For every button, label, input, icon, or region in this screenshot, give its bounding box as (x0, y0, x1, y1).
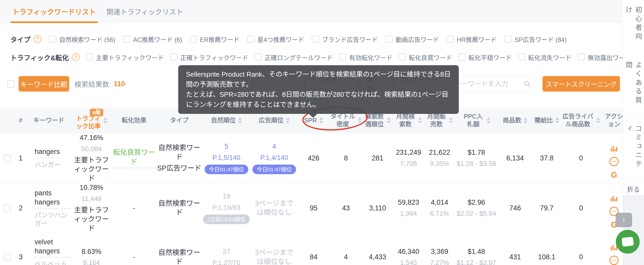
smart-screening-button[interactable]: スマートスクリーニング (542, 76, 620, 92)
sidebar-item-faq[interactable]: よくある質問 (624, 55, 643, 119)
checkbox-icon[interactable] (247, 35, 254, 43)
type-cell: 自然検索ワード (156, 248, 203, 265)
sidebar-fold-button[interactable]: 折る (623, 183, 644, 195)
sort-icon[interactable] (449, 117, 453, 123)
row-checkbox[interactable] (4, 204, 11, 212)
row-checkbox[interactable] (4, 154, 11, 162)
products-cell: 431 (498, 253, 532, 262)
filter-checkbox-item[interactable]: ER推薦ワード (190, 35, 239, 44)
sort-icon[interactable] (286, 117, 290, 123)
title-density-cell: 8 (329, 154, 363, 163)
more-options-icon[interactable] (609, 256, 619, 265)
sort-icon[interactable] (103, 117, 107, 123)
sidebar-item-community[interactable]: コミュニティ (624, 119, 643, 182)
more-options-icon[interactable] (609, 157, 619, 166)
column-header[interactable]: 商品数 (498, 107, 532, 133)
help-icon[interactable]: ? (34, 35, 41, 43)
column-header[interactable]: α版トラフィック比率 (71, 107, 112, 133)
sort-icon[interactable] (387, 117, 391, 123)
keyword-text[interactable]: hangers (35, 147, 60, 158)
checkbox-icon[interactable] (312, 35, 319, 43)
sort-icon[interactable] (486, 117, 491, 123)
sort-icon[interactable] (555, 117, 559, 123)
rank-number[interactable]: 19 (222, 192, 230, 201)
tooltip-arrow (309, 114, 317, 118)
rank-page[interactable]: P.1,5/140 (213, 153, 240, 162)
ad-rank-cell: 3ページまでは順位なし (250, 248, 298, 265)
filter-label: 星4つ推薦ワード (257, 35, 304, 44)
checkbox-icon[interactable] (49, 35, 56, 43)
conversion-cell: 転化良質ワード (112, 148, 156, 168)
sort-icon[interactable] (238, 117, 242, 123)
checkbox-icon[interactable] (447, 35, 454, 43)
filter-checkbox-item[interactable]: 転化流失ワード (518, 53, 571, 62)
checkbox-icon[interactable] (578, 54, 585, 61)
rank-page[interactable]: P.1,4/140 (260, 153, 288, 162)
column-header-label: 広告順位 (259, 116, 284, 124)
tooltip-text-1: Sellersprite Product Rank、そのキーワード順位を検索結果… (186, 69, 451, 90)
filter-checkbox-item[interactable]: SP広告ワード (84) (505, 35, 567, 44)
checkbox-icon[interactable] (170, 54, 177, 61)
rank-number[interactable]: 5 (224, 142, 228, 151)
rank-number[interactable]: 27 (222, 247, 230, 256)
column-header[interactable]: 需給比 (532, 107, 562, 133)
ad-rank-cell: 4P.1,4/140今日01:47順位 (250, 142, 298, 174)
checkbox-icon[interactable] (505, 35, 512, 43)
sort-icon[interactable] (596, 117, 600, 123)
filter-checkbox-item[interactable]: 星4つ推薦ワード (247, 35, 304, 44)
rank-number[interactable]: 4 (272, 142, 276, 151)
keyword-compare-button[interactable]: キーワード比較 (19, 76, 69, 92)
filter-checkbox-item[interactable]: 有効転化ワード (339, 53, 392, 62)
sidebar-item-beginners[interactable]: 初心者向け (624, 0, 643, 55)
conversion-tag[interactable]: 転化良質ワード (112, 148, 156, 168)
filter-checkbox-item[interactable]: 転化良質ワード (399, 53, 452, 62)
sort-icon[interactable] (523, 117, 527, 123)
sort-icon[interactable] (358, 117, 362, 123)
filter-checkbox-item[interactable]: 転化平穏ワード (458, 53, 512, 62)
search-icon[interactable] (524, 80, 531, 87)
column-header[interactable]: 広告ライバル商品数 (562, 107, 600, 133)
filter-label: 正確ロングテールワード (265, 53, 333, 62)
checkbox-icon[interactable] (254, 54, 262, 61)
tab-traffic-word-list[interactable]: トラフィックワードリスト (12, 0, 96, 23)
chat-support-button[interactable] (616, 230, 640, 254)
checkbox-icon[interactable] (399, 54, 406, 61)
filter-checkbox-item[interactable]: 正確トラフィックワード (170, 53, 249, 62)
filter-checkbox-item[interactable]: 自然検索ワード (56) (49, 35, 115, 44)
trend-chart-icon[interactable] (610, 194, 618, 202)
google-trends-icon[interactable]: G (611, 171, 617, 179)
column-header: キーワード (27, 107, 71, 133)
row-checkbox[interactable] (4, 254, 11, 261)
tab-related-traffic-list[interactable]: 関連トラフィックリスト (106, 0, 183, 23)
keyword-text[interactable]: pants hangers (35, 189, 71, 209)
sort-icon[interactable] (319, 117, 323, 123)
sort-icon[interactable] (418, 117, 422, 123)
column-header[interactable]: PPC入札額 (454, 107, 498, 133)
keyword-search-box (449, 76, 535, 92)
trend-chart-icon[interactable] (610, 144, 618, 152)
filter-checkbox-item[interactable]: 動画広告ワード (385, 35, 439, 44)
checkbox-icon[interactable] (86, 54, 93, 61)
checkbox-icon[interactable] (190, 35, 197, 43)
scroll-to-top-button[interactable]: ↑ (616, 213, 632, 227)
checkbox-icon[interactable] (385, 35, 393, 43)
results-count: 検索結果数:110 (74, 76, 125, 92)
filter-checkbox-item[interactable]: ブランド広告ワード (312, 35, 378, 44)
keyword-cell: velvet hangersベルベットハンガー (27, 238, 71, 265)
help-icon[interactable]: ? (72, 53, 80, 61)
rank-page[interactable]: P.1,19/83 (213, 203, 240, 212)
keyword-text[interactable]: velvet hangers (35, 238, 71, 257)
rank-page[interactable]: P.1,27/76 (213, 259, 240, 265)
checkbox-icon[interactable] (458, 54, 465, 61)
checkbox-icon[interactable] (339, 54, 346, 61)
keyword-search-input[interactable] (454, 80, 524, 88)
checkbox-icon[interactable] (518, 54, 525, 61)
filter-checkbox-item[interactable]: HR推薦ワード (447, 35, 497, 44)
monthly-searches-cell: 59,8231,994 (392, 198, 425, 218)
filter-checkbox-item[interactable]: 正確ロングテールワード (254, 53, 333, 62)
filter-checkbox-item[interactable]: 主要トラフィックワード (86, 53, 164, 62)
filter-checkbox-item[interactable]: AC推薦ワード (6) (123, 35, 182, 44)
select-all-checkbox[interactable] (7, 80, 14, 87)
checkbox-icon[interactable] (123, 35, 130, 43)
products-cell: 746 (498, 204, 532, 213)
